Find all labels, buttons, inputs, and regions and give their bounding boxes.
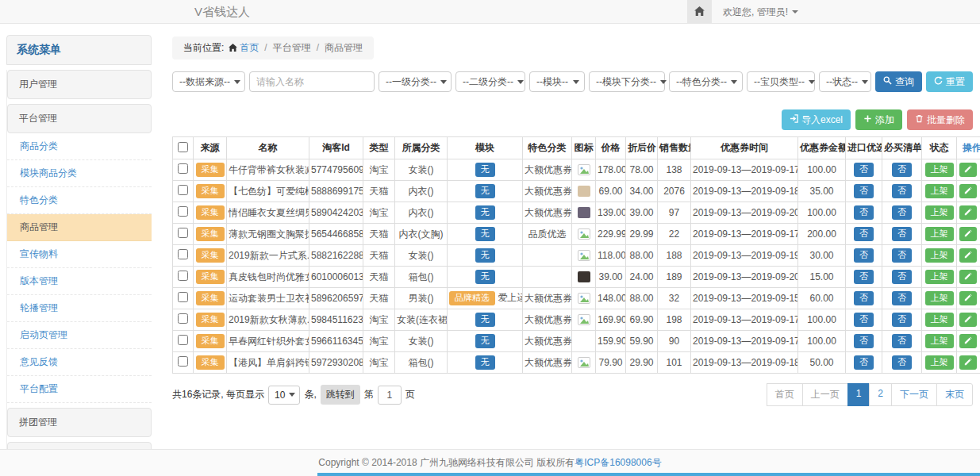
select-all-checkbox[interactable] xyxy=(178,142,188,152)
import-pref-badge[interactable]: 否 xyxy=(854,291,874,305)
module-select[interactable]: --模块-- xyxy=(529,71,585,92)
must-buy-badge[interactable]: 否 xyxy=(892,248,912,263)
row-checkbox[interactable] xyxy=(178,271,188,281)
product-name: 真皮钱包时尚优雅女士... xyxy=(227,267,309,288)
must-buy-badge[interactable]: 否 xyxy=(892,163,912,177)
status-badge[interactable]: 上架 xyxy=(925,270,954,284)
import-pref-badge[interactable]: 否 xyxy=(854,248,874,263)
import-pref-badge[interactable]: 否 xyxy=(854,227,874,241)
special-category-select[interactable]: --特色分类-- xyxy=(669,71,743,92)
page-button[interactable]: 1 xyxy=(847,383,870,406)
row-checkbox[interactable] xyxy=(178,206,188,217)
search-button[interactable]: 查询 xyxy=(875,71,922,92)
must-buy-badge[interactable]: 否 xyxy=(892,227,912,241)
must-buy-badge[interactable]: 否 xyxy=(892,313,912,327)
sidebar-item[interactable]: 平台配置 xyxy=(7,376,152,403)
page-button[interactable]: 2 xyxy=(869,383,892,406)
must-buy-badge[interactable]: 否 xyxy=(892,334,912,348)
name-search-input[interactable] xyxy=(249,71,375,92)
status-badge[interactable]: 上架 xyxy=(925,291,954,305)
sidebar-menu: 用户管理 平台管理 商品分类 模块商品分类 特色分类 xyxy=(6,70,152,476)
sidebar-item[interactable]: 拼团管理 xyxy=(7,408,152,437)
import-pref-badge[interactable]: 否 xyxy=(854,205,874,220)
sidebar-item[interactable]: 意见反馈 xyxy=(7,349,152,376)
batch-delete-button[interactable]: 批量删除 xyxy=(907,109,973,130)
sidebar-item[interactable]: 商品分类 xyxy=(7,133,152,160)
home-button[interactable] xyxy=(687,0,712,24)
status-badge[interactable]: 上架 xyxy=(925,184,954,198)
edit-button[interactable] xyxy=(959,163,977,177)
must-buy-badge[interactable]: 否 xyxy=(892,270,912,284)
must-buy-badge[interactable]: 否 xyxy=(892,355,912,370)
coupon-amount: 50.00 xyxy=(798,352,846,374)
edit-button[interactable] xyxy=(959,313,977,327)
level1-category-select[interactable]: --一级分类-- xyxy=(379,71,452,92)
sidebar-item[interactable]: 平台管理 xyxy=(7,104,152,133)
row-checkbox[interactable] xyxy=(178,228,188,238)
must-buy-badge[interactable]: 否 xyxy=(892,184,912,198)
import-pref-badge[interactable]: 否 xyxy=(854,313,874,327)
module-subcategory-select[interactable]: --模块下分类-- xyxy=(589,71,665,92)
page-button[interactable]: 下一页 xyxy=(891,383,937,406)
edit-button[interactable] xyxy=(959,248,977,263)
row-checkbox[interactable] xyxy=(178,163,188,174)
must-buy-badge[interactable]: 否 xyxy=(892,205,912,220)
import-excel-button[interactable]: 导入excel xyxy=(782,109,851,130)
import-pref-badge[interactable]: 否 xyxy=(854,334,874,348)
status-badge[interactable]: 上架 xyxy=(925,248,954,263)
edit-button[interactable] xyxy=(959,355,977,370)
status-badge[interactable]: 上架 xyxy=(925,355,954,370)
import-pref-badge[interactable]: 否 xyxy=(854,355,874,370)
jump-page-input[interactable] xyxy=(378,386,402,405)
status-badge[interactable]: 上架 xyxy=(925,163,954,177)
row-checkbox[interactable] xyxy=(178,356,188,367)
edit-button[interactable] xyxy=(959,291,977,305)
status-badge[interactable]: 上架 xyxy=(925,334,954,348)
sidebar-item[interactable]: 模块商品分类 xyxy=(7,160,152,187)
row-checkbox[interactable] xyxy=(178,313,188,324)
module-text: 爱上运动 xyxy=(498,292,522,303)
level2-category-select[interactable]: --二级分类-- xyxy=(455,71,525,92)
data-source-select[interactable]: --数据来源-- xyxy=(172,71,245,92)
import-pref-badge[interactable]: 否 xyxy=(854,270,874,284)
sidebar-item[interactable]: 轮播管理 xyxy=(7,295,152,322)
user-menu[interactable]: 欢迎您, 管理员! xyxy=(723,6,798,19)
sidebar-item[interactable]: 宣传物料 xyxy=(7,241,152,268)
row-checkbox[interactable] xyxy=(178,292,188,302)
discount-price: 59.90 xyxy=(626,331,658,352)
page-button[interactable]: 上一页 xyxy=(802,383,848,406)
edit-button[interactable] xyxy=(959,334,977,348)
row-checkbox[interactable] xyxy=(178,249,188,259)
status-badge[interactable]: 上架 xyxy=(925,227,954,241)
add-button[interactable]: 添加 xyxy=(855,109,902,130)
sidebar-item[interactable]: 启动页管理 xyxy=(7,322,152,349)
reset-button[interactable]: 重置 xyxy=(926,71,973,92)
price: 118.00 xyxy=(596,245,626,267)
import-pref-badge[interactable]: 否 xyxy=(854,184,874,198)
must-buy-badge[interactable]: 否 xyxy=(892,291,912,305)
bottom-scrollbar[interactable] xyxy=(317,473,980,476)
page-size-select[interactable]: 10 xyxy=(268,386,300,405)
row-checkbox[interactable] xyxy=(178,185,188,195)
breadcrumb-home-link[interactable]: 首页 xyxy=(240,42,259,53)
sidebar-item[interactable]: 用户管理 xyxy=(7,70,152,99)
breadcrumb-label: 当前位置: xyxy=(183,42,224,53)
page-button[interactable]: 首页 xyxy=(767,383,803,406)
sidebar-item[interactable]: 特色分类 xyxy=(7,187,152,214)
edit-button[interactable] xyxy=(959,270,977,284)
row-checkbox[interactable] xyxy=(178,335,188,345)
page-button[interactable]: 末页 xyxy=(936,383,973,406)
status-select[interactable]: --状态-- xyxy=(819,71,871,92)
import-pref-badge[interactable]: 否 xyxy=(854,163,874,177)
sidebar-item[interactable]: 商品管理 xyxy=(7,214,152,241)
icp-link[interactable]: 粤ICP备16098006号 xyxy=(575,456,661,470)
status-badge[interactable]: 上架 xyxy=(925,205,954,220)
sidebar-item[interactable]: 版本管理 xyxy=(7,268,152,295)
item-type-select[interactable]: --宝贝类型-- xyxy=(747,71,815,92)
sales-count: 90 xyxy=(658,331,691,352)
status-badge[interactable]: 上架 xyxy=(925,313,954,327)
edit-button[interactable] xyxy=(959,205,977,220)
jump-button[interactable]: 跳转到 xyxy=(321,385,360,405)
edit-button[interactable] xyxy=(959,227,977,241)
edit-button[interactable] xyxy=(959,184,977,198)
